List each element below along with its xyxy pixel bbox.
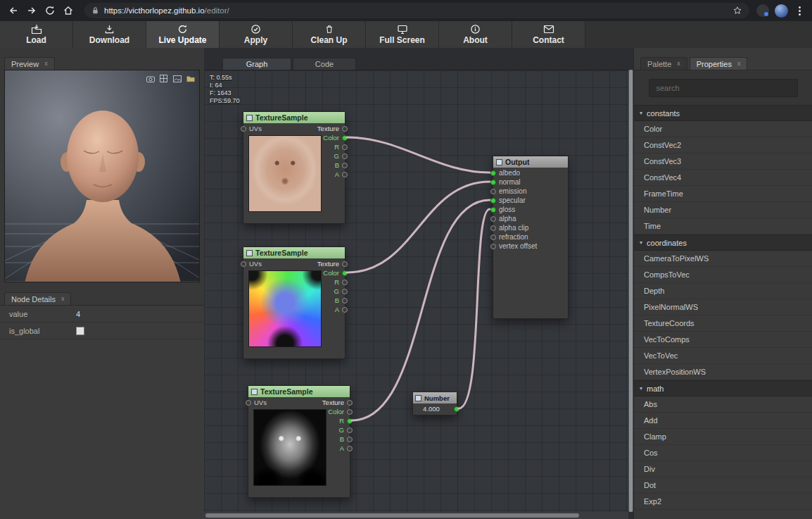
detail-value[interactable]: 4 [76,310,80,318]
bookmark-star-icon[interactable] [732,6,742,15]
node-collapse-box-icon[interactable] [246,250,253,256]
output-port-g[interactable] [342,289,348,294]
address-bar[interactable]: https://victhorlopez.github.io/editor/ [84,3,749,18]
texture-thumbnail-diffuse[interactable] [248,135,322,212]
node-texturesample-specular[interactable]: TextureSample UVs Texture Color R G B A [248,385,350,498]
home-icon[interactable] [59,2,77,19]
live-update-button[interactable]: Live Update [146,21,220,48]
palette-item-constvec2[interactable]: ConstVec2 [634,137,812,154]
folder-icon[interactable] [186,74,195,83]
download-button[interactable]: Download [73,21,146,48]
node-collapse-box-icon[interactable] [246,115,253,121]
node-details-tab[interactable]: Node Details x [4,292,71,305]
node-texturesample-normal[interactable]: TextureSample UVs Texture Color R G B A [243,246,345,359]
output-port-r[interactable] [342,144,348,150]
palette-item-abs[interactable]: Abs [634,396,812,413]
tab-palette[interactable]: Palette x [640,57,687,70]
palette-item-color[interactable]: Color [634,121,812,137]
palette-item-div[interactable]: Div [634,461,812,477]
output-port-b[interactable] [342,298,348,304]
palette-item-pixelnormalws[interactable]: PixelNormalWS [634,299,812,315]
texture-thumbnail-specular[interactable] [253,409,326,486]
output-port-value[interactable] [454,406,459,412]
output-port-texture[interactable] [342,126,348,132]
close-icon[interactable]: x [737,61,741,67]
palette-item-compstovec[interactable]: CompsToVec [634,267,812,283]
is-global-checkbox[interactable] [76,327,84,335]
node-number[interactable]: Number 4.000 [412,392,457,415]
node-collapse-box-icon[interactable] [496,159,502,165]
palette-item-vectovec[interactable]: VecToVec [634,348,812,364]
forward-icon[interactable] [23,2,41,19]
search-input[interactable] [649,79,798,97]
input-port-alpha[interactable] [490,216,496,222]
palette-item-constvec3[interactable]: ConstVec3 [634,154,812,170]
input-port-refraction[interactable] [490,235,496,240]
about-button[interactable]: About [439,21,512,48]
palette-item-constvec4[interactable]: ConstVec4 [634,170,812,186]
node-header[interactable]: TextureSample [248,386,350,397]
preview-viewport[interactable] [4,70,200,282]
output-port-b[interactable] [342,163,348,168]
reload-icon[interactable] [41,2,59,19]
output-port-texture[interactable] [342,261,348,267]
section-coordinates[interactable]: ▾ coordinates [634,235,812,251]
output-port-g[interactable] [342,154,348,159]
input-port-normal[interactable] [490,180,496,185]
palette-item-vectocomps[interactable]: VecToComps [634,332,812,348]
output-port-a[interactable] [342,172,348,177]
output-port-color[interactable] [347,409,353,415]
output-port-color[interactable] [342,135,348,141]
close-icon[interactable]: x [61,296,65,302]
output-port-a[interactable] [347,446,353,451]
clean-up-button[interactable]: Clean Up [293,21,366,48]
tab-graph[interactable]: Graph [222,58,291,70]
profile-avatar[interactable] [775,4,788,18]
back-icon[interactable] [4,2,23,19]
contact-button[interactable]: Contact [512,21,585,48]
grid-icon[interactable] [159,74,168,83]
graph-horizontal-scrollbar[interactable] [204,512,628,519]
palette-item-number[interactable]: Number [634,202,812,218]
palette-item-cameratopixelws[interactable]: CameraToPixelWS [634,251,812,267]
preview-tab[interactable]: Preview x [4,57,55,70]
output-port-r[interactable] [342,280,348,285]
number-value[interactable]: 4.000 [413,404,450,415]
palette-item-time[interactable]: Time [634,218,812,235]
tab-code[interactable]: Code [293,58,356,70]
apply-button[interactable]: Apply [220,21,293,48]
palette-item-cos[interactable]: Cos [634,445,812,461]
input-port-uvs[interactable] [241,261,246,267]
load-button[interactable]: Load [0,21,73,48]
camera-icon[interactable] [146,74,155,83]
node-header[interactable]: Output [493,156,568,168]
node-header[interactable]: TextureSample [243,247,345,258]
palette-item-vertexpositionws[interactable]: VertexPositionWS [634,364,812,380]
node-header[interactable]: TextureSample [243,112,345,123]
input-port-alpha-clip[interactable] [490,225,496,231]
close-icon[interactable]: x [44,61,48,67]
node-collapse-box-icon[interactable] [415,395,421,401]
input-port-gloss[interactable] [490,207,496,213]
output-port-a[interactable] [342,307,348,313]
node-output[interactable]: Output albedo normal emission specular g… [493,156,569,319]
palette-item-depth[interactable]: Depth [634,283,812,299]
palette-item-dot[interactable]: Dot [634,477,812,494]
node-texturesample-diffuse[interactable]: TextureSample UVs Texture Color R G B A [243,111,345,224]
input-port-specular[interactable] [490,198,496,204]
input-port-emission[interactable] [490,189,496,194]
input-port-uvs[interactable] [246,400,251,406]
node-header[interactable]: Number [413,392,457,404]
palette-item-clamp[interactable]: Clamp [634,429,812,445]
graph-vertical-scrollbar[interactable] [628,70,633,512]
node-graph-canvas[interactable]: T: 0.55s I: 64 F: 1643 FPS:59.70 Texture… [204,70,628,512]
palette-item-add[interactable]: Add [634,413,812,429]
section-math[interactable]: ▾ math [634,380,812,396]
close-icon[interactable]: x [677,61,680,67]
browser-menu-icon[interactable] [794,4,805,17]
palette-item-frametime[interactable]: FrameTime [634,186,812,202]
input-port-albedo[interactable] [490,170,496,176]
image-icon[interactable] [172,74,182,83]
palette-item-texturecoords[interactable]: TextureCoords [634,315,812,332]
node-collapse-box-icon[interactable] [251,389,258,395]
